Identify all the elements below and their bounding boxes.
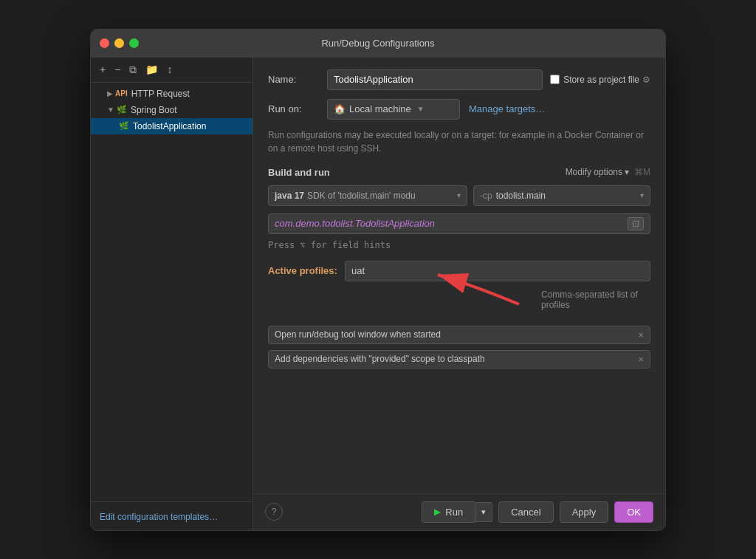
main-panel: Name: Store as project file ⚙ Run on: 🏠 … <box>253 58 665 530</box>
cp-chevron-icon: ▾ <box>640 191 644 199</box>
run-on-select[interactable]: 🏠 Local machine ▼ <box>327 99 460 120</box>
sidebar-toolbar: + − ⧉ 📁 ↕ <box>91 58 252 83</box>
add-config-button[interactable]: + <box>97 62 109 77</box>
option1-text: Open run/debug tool window when started <box>275 329 441 340</box>
help-button[interactable]: ? <box>265 503 283 521</box>
cp-select[interactable]: -cp todolist.main ▾ <box>473 185 650 206</box>
run-icon: ▶ <box>434 507 441 517</box>
modify-options-label: Modify options <box>566 167 622 177</box>
run-on-label: Run on: <box>268 103 327 114</box>
run-dropdown-button[interactable]: ▾ <box>475 502 492 522</box>
sidebar-tree: ▶ API HTTP Request ▼ 🌿 Spring Boot 🌿 Tod… <box>91 83 252 501</box>
chevron-down-icon: ▾ <box>625 167 629 177</box>
close-button[interactable] <box>100 38 109 48</box>
main-class-row: com.demo.todolist.TodolistApplication ⊡ <box>268 213 650 234</box>
sidebar-item-label: Spring Boot <box>131 105 177 115</box>
option2-remove-button[interactable]: × <box>638 354 644 365</box>
home-icon: 🏠 <box>334 103 346 114</box>
settings-icon: ⚙ <box>642 75 650 85</box>
cancel-button[interactable]: Cancel <box>498 501 553 523</box>
description-text: Run configurations may be executed local… <box>268 128 650 155</box>
run-on-row: Run on: 🏠 Local machine ▼ Manage targets… <box>268 99 650 120</box>
sidebar-item-http-request[interactable]: ▶ API HTTP Request <box>91 86 252 102</box>
manage-targets-link[interactable]: Manage targets… <box>469 103 545 114</box>
run-label: Run <box>445 507 463 518</box>
folder-config-button[interactable]: 📁 <box>142 62 161 77</box>
edit-templates-link[interactable]: Edit configuration templates… <box>100 512 218 522</box>
expand-arrow-icon: ▼ <box>107 106 114 114</box>
sort-config-button[interactable]: ↕ <box>164 62 175 77</box>
sidebar-item-todolist-app[interactable]: 🌿 TodolistApplication <box>91 118 252 134</box>
run-button-group: ▶ Run ▾ <box>422 501 492 523</box>
dialog-body: + − ⧉ 📁 ↕ ▶ API HTTP Request ▼ 🌿 Spring … <box>91 58 665 530</box>
apply-button[interactable]: Apply <box>560 501 609 523</box>
chevron-down-icon: ▼ <box>417 105 425 113</box>
sidebar-item-label: HTTP Request <box>131 89 190 99</box>
spring-icon: 🌿 <box>117 105 127 114</box>
build-row: java 17 SDK of 'todolist.main' modu ▾ -c… <box>268 185 650 206</box>
arrow-annotation: Comma-separated list of profiles <box>268 286 650 323</box>
sdk-select[interactable]: java 17 SDK of 'todolist.main' modu ▾ <box>268 185 467 206</box>
sdk-suffix-label: SDK of 'todolist.main' modu <box>307 191 416 201</box>
option2-text: Add dependencies with "provided" scope t… <box>275 354 485 364</box>
cp-value: todolist.main <box>496 191 546 201</box>
run-debug-dialog: Run/Debug Configurations + − ⧉ 📁 ↕ ▶ API… <box>90 29 666 531</box>
store-checkbox-row: Store as project file ⚙ <box>550 75 650 85</box>
sidebar-footer: Edit configuration templates… <box>91 501 252 530</box>
open-editor-button[interactable]: ⊡ <box>628 217 644 230</box>
section-header: Build and run Modify options ▾ ⌘M <box>268 167 650 178</box>
sidebar-item-label: TodolistApplication <box>133 121 206 131</box>
profiles-hint: Comma-separated list of profiles <box>541 289 650 310</box>
run-button[interactable]: ▶ Run <box>422 501 475 523</box>
profiles-label: Active profiles: <box>268 265 337 276</box>
bottom-bar: ? ▶ Run ▾ Cancel Apply OK <box>253 493 665 530</box>
dialog-title: Run/Debug Configurations <box>321 38 434 49</box>
store-checkbox-label: Store as project file <box>563 75 639 85</box>
press-hint: Press ⌥ for field hints <box>268 240 650 250</box>
config-form: Name: Store as project file ⚙ Run on: 🏠 … <box>253 58 665 493</box>
name-row: Name: Store as project file ⚙ <box>268 69 650 90</box>
remove-config-button[interactable]: − <box>111 62 123 77</box>
option-chip-2: Add dependencies with "provided" scope t… <box>268 350 650 368</box>
modify-options-btn[interactable]: Modify options ▾ ⌘M <box>566 167 650 177</box>
api-icon: API <box>115 89 128 97</box>
main-class-text: com.demo.todolist.TodolistApplication <box>275 218 628 229</box>
java-version-label: java 17 <box>275 191 304 201</box>
minimize-button[interactable] <box>114 38 124 48</box>
option1-remove-button[interactable]: × <box>638 329 644 340</box>
title-bar: Run/Debug Configurations <box>91 30 665 58</box>
store-checkbox[interactable] <box>550 75 560 84</box>
copy-config-button[interactable]: ⧉ <box>126 62 140 78</box>
sidebar-item-spring-boot[interactable]: ▼ 🌿 Spring Boot <box>91 102 252 118</box>
maximize-button[interactable] <box>129 38 139 48</box>
sdk-chevron-icon: ▾ <box>457 191 461 199</box>
shortcut-label: ⌘M <box>634 167 650 177</box>
name-input[interactable] <box>327 69 543 90</box>
window-controls <box>100 38 139 48</box>
expand-arrow-icon: ▶ <box>107 89 113 97</box>
cp-label: -cp <box>480 191 492 201</box>
build-run-title: Build and run <box>268 167 330 178</box>
sidebar: + − ⧉ 📁 ↕ ▶ API HTTP Request ▼ 🌿 Spring … <box>91 58 253 530</box>
spring-app-icon: 🌿 <box>119 121 129 131</box>
name-label: Name: <box>268 74 327 85</box>
option-chip-1: Open run/debug tool window when started … <box>268 326 650 344</box>
run-on-value: Local machine <box>349 103 411 114</box>
red-arrow-svg <box>416 264 534 308</box>
ok-button[interactable]: OK <box>614 501 653 523</box>
